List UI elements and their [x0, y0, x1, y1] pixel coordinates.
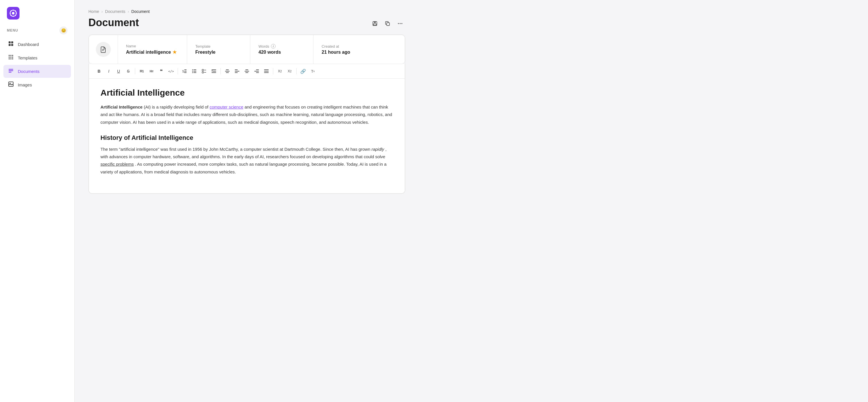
svg-rect-38: [184, 69, 187, 70]
toolbar-list-ol[interactable]: 1.: [180, 67, 189, 75]
toolbar-align-right[interactable]: [252, 67, 261, 75]
svg-point-22: [12, 58, 13, 59]
copy-button[interactable]: [382, 19, 393, 29]
toolbar-clear-format[interactable]: Tx: [309, 67, 317, 75]
toolbar-h2[interactable]: H2: [147, 67, 156, 75]
sidebar-item-dashboard[interactable]: Dashboard: [3, 38, 71, 51]
toolbar-list-task[interactable]: [200, 67, 208, 75]
para2-text3: . As computing power increased, more com…: [100, 162, 386, 174]
toolbar-underline[interactable]: U: [114, 67, 123, 75]
breadcrumb-sep-2: ›: [128, 9, 129, 14]
svg-rect-64: [254, 71, 259, 71]
breadcrumb-current: Document: [131, 9, 150, 14]
editor-toolbar: B I U S H1 H2 ❝ </> 1.: [89, 64, 405, 79]
sidebar-item-documents[interactable]: Documents: [3, 65, 71, 78]
svg-rect-56: [226, 72, 229, 73]
svg-rect-11: [11, 41, 13, 43]
meta-created-field: Created at 21 hours ago: [313, 35, 377, 64]
meta-words-field: Words i 420 words: [250, 35, 313, 64]
para2-text1: The term "artificial intelligence" was f…: [100, 147, 371, 152]
breadcrumb-documents[interactable]: Documents: [105, 9, 125, 14]
svg-rect-29: [374, 22, 376, 23]
svg-rect-47: [202, 69, 204, 71]
sidebar-menu-section: MENU 😊: [0, 24, 74, 37]
more-button[interactable]: [395, 19, 405, 29]
editor-area[interactable]: Artificial Intelligence Artificial Intel…: [89, 79, 405, 193]
toolbar-subscript[interactable]: X2: [276, 67, 284, 75]
sidebar-item-label: Dashboard: [18, 42, 39, 47]
toolbar-italic[interactable]: I: [104, 67, 113, 75]
toolbar-sep-5: [296, 68, 297, 74]
sidebar-item-templates[interactable]: Templates: [3, 52, 71, 64]
svg-point-9: [10, 15, 11, 16]
svg-rect-44: [193, 69, 196, 70]
svg-point-34: [401, 23, 402, 24]
toolbar-h1[interactable]: H1: [137, 67, 146, 75]
meta-words-label: Words i: [258, 44, 303, 49]
svg-rect-66: [264, 69, 269, 70]
para2-underline: specific problems: [100, 162, 134, 166]
document-heading: Artificial Intelligence: [100, 88, 393, 98]
svg-rect-68: [264, 72, 269, 73]
images-icon: [7, 81, 14, 88]
toolbar-quote[interactable]: ❝: [157, 67, 166, 75]
svg-point-8: [15, 10, 16, 11]
toolbar-align-justify[interactable]: [262, 67, 271, 75]
meta-name-value: Artificial intelligence ★: [126, 50, 177, 55]
svg-point-16: [12, 55, 13, 56]
svg-rect-23: [9, 69, 13, 70]
documents-icon: [7, 68, 14, 75]
svg-point-1: [12, 12, 14, 14]
document-icon: [96, 42, 111, 57]
svg-rect-24: [9, 70, 13, 71]
svg-point-20: [9, 58, 10, 59]
svg-rect-13: [11, 44, 13, 46]
sidebar-logo: [0, 0, 74, 24]
document-card: Name Artificial intelligence ★ Template …: [88, 34, 405, 194]
avatar-button[interactable]: 😊: [59, 26, 67, 34]
svg-rect-51: [212, 69, 216, 70]
toolbar-sep-4: [273, 68, 273, 74]
svg-point-19: [12, 57, 13, 58]
svg-rect-10: [9, 41, 11, 43]
svg-point-14: [9, 55, 10, 56]
svg-rect-30: [373, 24, 376, 25]
svg-point-7: [15, 15, 16, 16]
svg-rect-67: [264, 71, 269, 71]
svg-point-33: [400, 23, 401, 24]
svg-point-41: [192, 69, 193, 70]
svg-point-2: [12, 10, 14, 11]
svg-rect-26: [9, 82, 13, 86]
toolbar-align-center[interactable]: [243, 67, 251, 75]
toolbar-bold[interactable]: B: [95, 67, 103, 75]
page-title: Document: [88, 17, 139, 29]
para1-text1: (AI) is a rapidly developing field of: [144, 104, 210, 110]
sidebar-item-label: Images: [18, 83, 32, 87]
svg-rect-39: [184, 71, 187, 71]
toolbar-strike[interactable]: S: [124, 67, 133, 75]
svg-point-3: [12, 16, 14, 17]
toolbar-superscript[interactable]: X2: [285, 67, 294, 75]
toolbar-link[interactable]: 🔗: [299, 67, 307, 75]
toolbar-align-left[interactable]: [233, 67, 241, 75]
svg-point-21: [10, 58, 11, 59]
toolbar-list-ul[interactable]: [190, 67, 198, 75]
toolbar-code[interactable]: </>: [167, 67, 175, 75]
toolbar-align-indent[interactable]: [223, 67, 231, 75]
svg-point-32: [398, 23, 399, 24]
meta-template-field: Template Freestyle: [187, 35, 250, 64]
save-button[interactable]: [370, 19, 380, 29]
sidebar-item-label: Documents: [18, 69, 40, 74]
svg-point-15: [10, 55, 11, 56]
sidebar-item-images[interactable]: Images: [3, 79, 71, 91]
toolbar-indent[interactable]: [210, 67, 218, 75]
breadcrumb-home[interactable]: Home: [88, 9, 99, 14]
svg-rect-53: [212, 72, 216, 73]
para1-link[interactable]: computer science: [210, 104, 243, 110]
svg-point-42: [192, 71, 193, 72]
meta-name-field: Name Artificial intelligence ★: [118, 35, 187, 64]
svg-rect-57: [235, 69, 238, 70]
dashboard-icon: [7, 41, 14, 48]
svg-rect-52: [213, 71, 216, 71]
sidebar: MENU 😊 Dashboard: [0, 0, 74, 402]
